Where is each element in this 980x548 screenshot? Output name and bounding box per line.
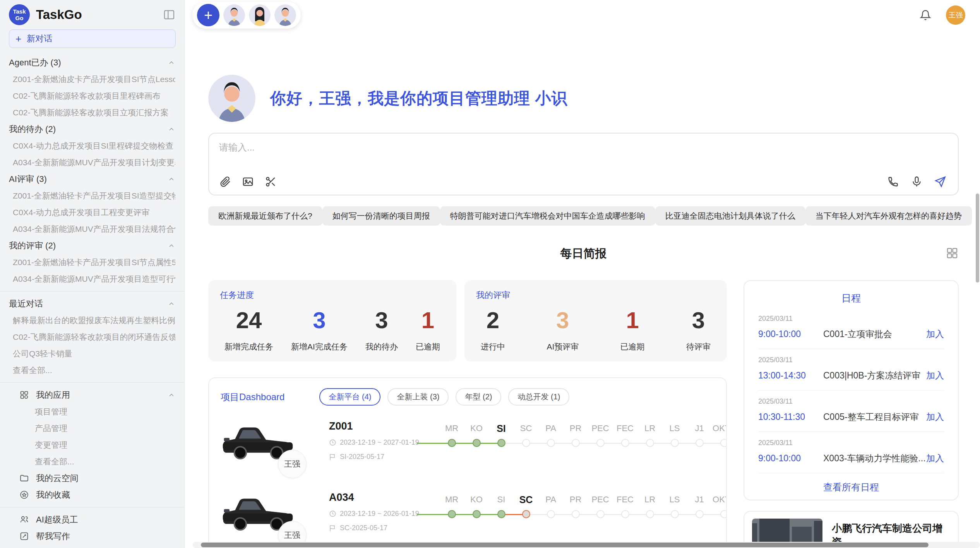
join-link[interactable]: 加入 <box>926 411 944 423</box>
tab-new-upfit[interactable]: 全新上装 (3) <box>387 388 449 406</box>
milestone-dot <box>720 510 727 518</box>
horizontal-scrollbar-thumb[interactable] <box>201 543 929 547</box>
phone-icon[interactable] <box>887 176 899 188</box>
agent-avatar-1[interactable] <box>223 4 245 26</box>
recent-chat-item[interactable]: C02-飞腾新能源轻客改款项目的闭环通告反馈情况 <box>9 329 175 345</box>
schedule-time: 9:00-10:00 <box>758 329 823 339</box>
briefing-body: 任务进度 24 新增完成任务 3 新增AI完成任务 3 <box>208 280 959 548</box>
suggestion-chips: 欧洲新规最近颁布了什么? 如何写一份清晰的项目周报 特朗普可能对进口汽车增税会对… <box>208 206 959 226</box>
agent-avatar-3[interactable] <box>274 4 296 26</box>
stats-row: 任务进度 24 新增完成任务 3 新增AI完成任务 3 <box>208 280 727 361</box>
section-header-my-review[interactable]: 我的评审 (2) <box>9 237 175 254</box>
star-circle-icon <box>19 490 29 500</box>
list-item[interactable]: C0X4-动力总成开发项目工程变更评审 <box>9 204 175 221</box>
notification-bell-icon[interactable] <box>920 9 931 21</box>
chevron-up-icon <box>168 175 175 183</box>
microphone-icon[interactable] <box>911 176 923 188</box>
sidebar-item-help-write[interactable]: 帮我写作 <box>9 528 175 545</box>
agent-avatar-2[interactable] <box>249 4 271 26</box>
join-link[interactable]: 加入 <box>926 370 944 382</box>
list-item[interactable]: C02-飞腾新能源轻客改款项目立项汇报方案 <box>9 104 175 121</box>
section-header-agent-done[interactable]: Agent已办 (3) <box>9 54 175 71</box>
sidebar-collapse-icon[interactable] <box>163 9 175 21</box>
app-item-product-mgmt[interactable]: 产品管理 <box>9 420 175 437</box>
milestone-pec: PEC <box>588 423 613 477</box>
milestone-fec: FEC <box>613 494 637 548</box>
milestone-dot <box>621 510 629 518</box>
section-header-my-todo[interactable]: 我的待办 (2) <box>9 121 175 137</box>
list-item[interactable]: A034-全新新能源MUV产品开发项目计划变更表编写 <box>9 154 175 171</box>
vertical-scrollbar-thumb[interactable] <box>976 194 979 283</box>
milestone-dot <box>696 510 704 518</box>
section-header-ai-review[interactable]: AI评审 (3) <box>9 171 175 187</box>
sidebar-item-my-apps[interactable]: 我的应用 <box>9 387 175 403</box>
task-progress-card: 任务进度 24 新增完成任务 3 新增AI完成任务 3 <box>208 280 456 361</box>
list-item[interactable]: Z001-全新燃油轻卡产品开发项目SI造型提交物评审 <box>9 187 175 204</box>
owner-badge: 王强 <box>278 450 307 478</box>
user-avatar[interactable]: 王强 <box>946 5 965 25</box>
schedule-meeting-title: X003-车辆动力学性能验... <box>823 452 926 464</box>
app-window: Task Go TaskGo + 新对话 Agent已办 (3) Z001-全新… <box>0 0 980 548</box>
suggestion-chip[interactable]: 比亚迪全固态电池计划具体说了什么 <box>655 206 805 226</box>
section-label: 我的待办 (2) <box>9 123 56 135</box>
sidebar-item-creative-draw[interactable]: 创意制图 <box>9 545 175 548</box>
stat-ai-prereview: 3 AI预评审 <box>547 308 579 352</box>
join-link[interactable]: 加入 <box>926 452 944 464</box>
milestone-j1: J1 <box>687 494 712 548</box>
scissors-icon[interactable] <box>265 176 277 188</box>
sidebar-item-ai-super-staff[interactable]: AI超级员工 <box>9 511 175 528</box>
suggestion-chip[interactable]: 欧洲新规最近颁布了什么? <box>208 206 322 226</box>
sidebar-item-my-favorites[interactable]: 我的收藏 <box>9 486 175 503</box>
chevron-up-icon <box>168 59 175 67</box>
layout-grid-icon[interactable] <box>946 247 959 260</box>
recent-chat-item[interactable]: 解释最新出台的欧盟报废车法规再生塑料比例被调至15%... <box>9 312 175 329</box>
apps-view-all[interactable]: 查看全部... <box>9 453 175 470</box>
app-item-change-mgmt[interactable]: 变更管理 <box>9 437 175 453</box>
greeting-block: 你好，王强，我是你的项目管理助理 小识 <box>208 75 567 122</box>
section-header-recent-chats[interactable]: 最近对话 <box>9 295 175 312</box>
project-name: Z001 <box>329 420 420 432</box>
list-item[interactable]: C0X4-动力总成开发项目SI里程碑提交物检查 <box>9 137 175 154</box>
tab-model-year[interactable]: 年型 (2) <box>456 388 501 406</box>
stat-overdue: 1 已逾期 <box>416 308 440 352</box>
milestone-sc: SC <box>514 423 538 477</box>
chevron-up-icon <box>168 391 175 399</box>
recent-chat-item[interactable]: 公司Q3轻卡销量 <box>9 345 175 362</box>
view-all-schedule-link[interactable]: 查看所有日程 <box>758 481 944 493</box>
schedule-title: 日程 <box>758 292 944 305</box>
milestone-dot <box>596 510 605 518</box>
schedule-date: 2025/03/11 <box>758 439 944 447</box>
tab-new-platform[interactable]: 全新平台 (4) <box>319 388 380 406</box>
project-row[interactable]: 王强 Z001 2023-12-19 ~ 2027-01-19 SI-2025-… <box>221 419 714 477</box>
assistant-avatar <box>208 75 255 122</box>
send-icon[interactable] <box>934 176 946 188</box>
tab-powertrain[interactable]: 动总开发 (1) <box>508 388 569 406</box>
project-row[interactable]: 王强 A034 2023-12-19 ~ 2026-01-19 SC-2025-… <box>221 490 714 548</box>
schedule-date: 2025/03/11 <box>758 397 944 406</box>
chat-input-card <box>208 133 959 195</box>
list-item[interactable]: C02-飞腾新能源轻客改款项目里程碑画布 <box>9 87 175 104</box>
milestone-lr: LR <box>637 494 662 548</box>
attachment-icon[interactable] <box>219 176 231 188</box>
milestone-dot <box>522 439 530 447</box>
suggestion-chip[interactable]: 当下年轻人对汽车外观有怎样的喜好趋势 <box>805 206 972 226</box>
suggestion-chip[interactable]: 特朗普可能对进口汽车增税会对中国车企造成哪些影响 <box>440 206 655 226</box>
sidebar-item-my-cloud[interactable]: 我的云空间 <box>9 470 175 486</box>
list-item[interactable]: Z001-全新燃油皮卡产品开发项目SI节点Lesson Learn报告 <box>9 71 175 87</box>
new-chat-label: 新对话 <box>27 33 52 45</box>
list-item[interactable]: A034-全新新能源MUV产品开发项目造型可行性评审 <box>9 271 175 287</box>
new-agent-button[interactable]: + <box>197 4 219 26</box>
milestone-ko: KO <box>464 423 489 477</box>
image-icon[interactable] <box>242 176 254 188</box>
chat-input[interactable] <box>219 141 948 168</box>
my-review-card: 我的评审 2 进行中 3 AI预评审 1 <box>464 280 727 361</box>
recent-view-all[interactable]: 查看全部... <box>9 362 175 378</box>
suggestion-chip[interactable]: 如何写一份清晰的项目周报 <box>322 206 440 226</box>
app-item-project-mgmt[interactable]: 项目管理 <box>9 403 175 420</box>
join-link[interactable]: 加入 <box>926 328 944 340</box>
divider <box>0 382 184 383</box>
list-item[interactable]: A034-全新新能源MUV产品开发项目法规符合性评审 <box>9 221 175 237</box>
divider <box>0 291 184 291</box>
new-chat-button[interactable]: + 新对话 <box>9 29 176 48</box>
list-item[interactable]: Z001-全新燃油轻卡产品开发项目SI节点属性5D文件评审 <box>9 254 175 271</box>
